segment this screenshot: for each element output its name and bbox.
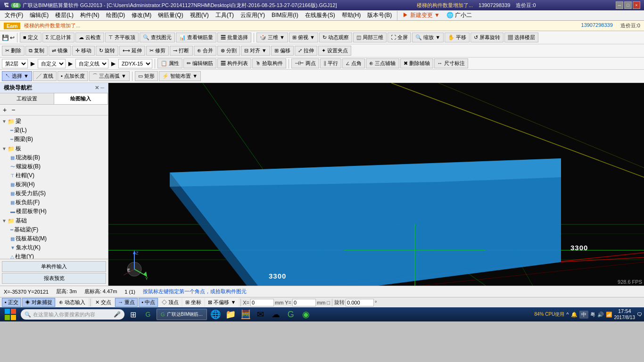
tree-item-slab-hole[interactable]: ▦ 板洞(H)	[1, 180, 107, 189]
start-button[interactable]	[2, 309, 19, 320]
btn-extend[interactable]: ⟷ 延伸	[119, 46, 145, 56]
rotate-input[interactable]	[346, 299, 374, 306]
tree-group-foundation-header[interactable]: ▼ 📁 基础	[1, 216, 107, 225]
tree-group-slab-header[interactable]: ▼ 📁 板	[1, 144, 107, 153]
microphone-icon[interactable]: 🎤	[114, 311, 121, 318]
taskbar-search[interactable]: 🔍 在这里输入你要搜索的内容 🎤	[21, 309, 124, 320]
snap-btn-coord[interactable]: ⊞ 坐标	[182, 298, 204, 307]
tree-group-beam-header[interactable]: ▼ 📁 梁	[1, 117, 107, 126]
btn-angle-point[interactable]: ∠ 点角	[342, 58, 365, 68]
snap-btn-endpoint[interactable]: → 重点	[115, 298, 138, 307]
btn-local-3d[interactable]: ◫ 局部三维	[353, 33, 387, 42]
btn-trim[interactable]: ✂ 修剪	[146, 46, 169, 56]
x-input[interactable]	[250, 299, 274, 306]
menu-floor[interactable]: 楼层(L)	[52, 10, 76, 20]
tree-item-cast-slab[interactable]: ▦ 现浇板(B)	[1, 153, 107, 162]
maximize-button[interactable]: □	[624, 1, 632, 9]
lang-indicator[interactable]: 中	[579, 311, 588, 319]
snap-btn-no-offset[interactable]: ⊠ 不偏移 ▼	[205, 298, 239, 307]
btn-dim-note[interactable]: ↔ 尺寸标注	[434, 58, 468, 68]
menu-draw[interactable]: 绘图(D)	[103, 10, 128, 20]
minimize-button[interactable]: ─	[616, 1, 623, 9]
viewport[interactable]: 3300 3300 E Z Y	[108, 83, 644, 286]
btn-copy[interactable]: ⧉ 复制	[25, 46, 48, 56]
btn-dynamic-obs[interactable]: ↻ 动态观察	[319, 33, 352, 42]
tree-item-col-buttress[interactable]: △ 柱墩(Y)	[1, 252, 107, 259]
taskbar-icon-folder[interactable]: 📁	[224, 308, 237, 321]
tree-item-slab-rebar-s[interactable]: ▦ 板受力筋(S)	[1, 189, 107, 198]
menu-cloud[interactable]: 云应用(Y)	[238, 10, 268, 20]
btn-find[interactable]: 🔍 查找图元	[140, 33, 175, 42]
tree-item-beam-l[interactable]: ━ 梁(L)	[1, 126, 107, 135]
btn-batch-select[interactable]: ☰ 批量选择	[217, 33, 251, 42]
btn-define[interactable]: ■ 定义	[20, 33, 41, 42]
taskbar-app-glodon-window[interactable]: G 广联达BIM钢筋...	[157, 309, 207, 320]
btn-3d[interactable]: 🎲 三维 ▼	[256, 33, 288, 42]
menu-new-change[interactable]: ▶ 新建变更 ▼	[400, 10, 443, 20]
menu-bim[interactable]: BIM应用(I)	[269, 10, 301, 20]
tree-item-slab-neg-rebar[interactable]: ▦ 板负筋(F)	[1, 198, 107, 207]
window-controls[interactable]: ─ □ ×	[616, 1, 640, 9]
btn-save[interactable]: 💾	[2, 34, 9, 41]
sidebar-tab-settings[interactable]: 工程设置	[0, 93, 54, 104]
btn-screen-rotate[interactable]: ↺ 屏幕旋转	[471, 33, 504, 42]
btn-break[interactable]: ⊸ 打断	[170, 46, 192, 56]
btn-parallel[interactable]: ∥ 平行	[320, 58, 341, 68]
line-type-select[interactable]: 自定义线	[75, 59, 108, 68]
menu-help[interactable]: 帮助(H)	[339, 10, 364, 20]
network-icon[interactable]: 📶	[606, 312, 612, 318]
time-display[interactable]: 17:54 2017/8/13	[614, 308, 636, 320]
btn-arc[interactable]: ⌒ 三点画弧 ▼	[89, 71, 130, 81]
btn-merge[interactable]: ⊕ 合并	[194, 46, 216, 56]
btn-set-grip[interactable]: ✦ 设置夹点	[318, 46, 351, 56]
tree-item-raft-found[interactable]: ▦ 筏板基础(M)	[1, 234, 107, 243]
tray-expand-icon[interactable]: ^	[566, 312, 569, 317]
tree-item-sump[interactable]: ▼ 集水坑(K)	[1, 243, 107, 252]
btn-point-length[interactable]: • 点加长度	[58, 71, 88, 81]
taskbar-icon-mail[interactable]: ✉	[254, 308, 267, 321]
btn-offset[interactable]: ⊞ 偏移	[271, 46, 294, 56]
btn-line[interactable]: ╱ 直线	[33, 71, 57, 81]
btn-rect[interactable]: ▭ 矩形	[135, 71, 158, 81]
menu-file[interactable]: 文件(F)	[2, 10, 26, 20]
sidebar-add-tool[interactable]: +	[1, 106, 8, 114]
snap-btn-vertex[interactable]: ◇ 顶点	[159, 298, 182, 307]
tray-alert-icon[interactable]: 🔔	[571, 312, 578, 318]
taskbar-icon-browser[interactable]: G	[284, 308, 297, 321]
btn-pan[interactable]: ✋ 平移	[445, 33, 470, 42]
menu-tools[interactable]: 工具(T)	[213, 10, 237, 20]
btn-stretch[interactable]: ⤢ 拉伸	[295, 46, 317, 56]
sound-icon[interactable]: 🔊	[597, 312, 604, 318]
btn-two-point[interactable]: ⊣⊢ 两点	[291, 58, 319, 68]
btn-move[interactable]: ✛ 移动	[72, 46, 95, 56]
snap-btn-dynamic[interactable]: ⊕ 动态输入	[56, 298, 88, 307]
btn-report-preview[interactable]: 报表预览	[2, 273, 106, 284]
btn-edit-rebar[interactable]: ✏ 编辑钢筋	[183, 58, 216, 68]
btn-smart-layout[interactable]: ⚡ 智能布置 ▼	[159, 71, 201, 81]
sidebar-tab-draw[interactable]: 绘图输入	[54, 93, 108, 104]
tree-item-found-beam[interactable]: ━ 基础梁(F)	[1, 225, 107, 234]
btn-select-floor[interactable]: ▦ 选择楼层	[504, 33, 538, 42]
btn-cloud-check[interactable]: ☁ 云检查	[75, 33, 104, 42]
btn-sum[interactable]: Σ 汇总计算	[42, 33, 74, 42]
menu-rebar[interactable]: 钢筋量(Q)	[155, 10, 186, 20]
menu-guangxiao[interactable]: 🌐 广小二	[444, 10, 475, 20]
btn-pick-component[interactable]: 🖱 拾取构件	[252, 58, 286, 68]
menu-online[interactable]: 在线服务(S)	[302, 10, 338, 20]
sidebar-remove-tool[interactable]: −	[9, 106, 17, 114]
floor-select[interactable]: 第2层	[2, 59, 28, 68]
btn-split[interactable]: ⊗ 分割	[217, 46, 240, 56]
taskbar-app-glodon[interactable]: G	[141, 308, 155, 321]
btn-component-list[interactable]: ☰ 构件列表	[217, 58, 251, 68]
taskbar-icon-calc[interactable]: 🧮	[239, 308, 252, 321]
btn-zoom[interactable]: 🔍 缩放 ▼	[412, 33, 444, 42]
define-select[interactable]: 自定义	[38, 59, 66, 68]
menu-view[interactable]: 视图(V)	[187, 10, 212, 20]
btn-fullscreen[interactable]: ⛶ 全屏	[388, 33, 411, 42]
menu-version[interactable]: 版本号(B)	[364, 10, 395, 20]
btn-align[interactable]: ⊟ 对齐 ▼	[241, 46, 270, 56]
btn-delete[interactable]: ✂ 删除	[2, 46, 25, 56]
snap-btn-ortho[interactable]: ▪ 正交	[2, 298, 21, 307]
btn-topview[interactable]: ⊞ 俯视 ▼	[289, 33, 318, 42]
y-input[interactable]	[292, 299, 316, 306]
